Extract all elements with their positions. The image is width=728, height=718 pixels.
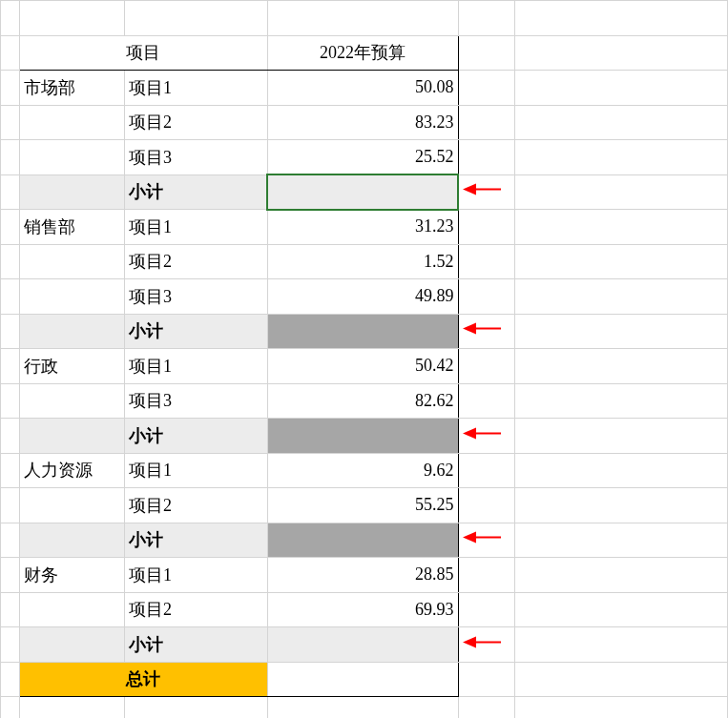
subtotal-pad[interactable] (19, 523, 124, 558)
subtotal-label[interactable]: 小计 (124, 174, 267, 210)
proj-cell[interactable]: 项目1 (124, 71, 267, 106)
arrow-cell (458, 174, 515, 210)
svg-marker-7 (463, 532, 476, 544)
value-cell[interactable]: 50.42 (267, 349, 458, 384)
spreadsheet-view[interactable]: 项目2022年预算市场部项目150.08项目283.23项目325.52小计销售… (0, 0, 728, 718)
arrow-cell (458, 523, 515, 558)
proj-cell[interactable]: 项目2 (124, 105, 267, 140)
subtotal-pad[interactable] (19, 174, 124, 210)
table-row[interactable]: 市场部项目150.08 (1, 71, 728, 106)
subtotal-row[interactable]: 小计 (1, 174, 728, 210)
table-row[interactable]: 项目283.23 (1, 105, 728, 140)
dept-cell[interactable]: 人力资源 (19, 453, 124, 488)
table-row[interactable]: 行政项目150.42 (1, 349, 728, 384)
total-value[interactable] (267, 662, 458, 697)
arrow-left-icon (463, 425, 501, 441)
dept-cell[interactable] (19, 488, 124, 523)
subtotal-row[interactable]: 小计 (1, 419, 728, 454)
subtotal-label[interactable]: 小计 (124, 419, 267, 454)
arrow-left-icon (463, 634, 501, 649)
subtotal-row[interactable]: 小计 (1, 314, 728, 349)
proj-cell[interactable]: 项目3 (124, 140, 267, 175)
proj-cell[interactable]: 项目1 (124, 558, 267, 593)
dept-cell[interactable] (19, 592, 124, 627)
table-row[interactable]: 项目21.52 (1, 244, 728, 279)
value-cell[interactable]: 31.23 (267, 210, 458, 245)
header-project: 项目 (19, 35, 267, 71)
dept-cell[interactable]: 行政 (19, 349, 124, 384)
header-budget: 2022年预算 (267, 35, 458, 71)
subtotal-value[interactable] (267, 627, 458, 663)
arrow-left-icon (463, 321, 501, 337)
budget-table: 项目2022年预算市场部项目150.08项目283.23项目325.52小计销售… (0, 0, 728, 718)
dept-cell[interactable] (19, 140, 124, 175)
table-row[interactable]: 销售部项目131.23 (1, 210, 728, 245)
value-cell[interactable]: 9.62 (267, 453, 458, 488)
value-cell[interactable]: 1.52 (267, 244, 458, 279)
subtotal-value[interactable] (267, 174, 458, 210)
subtotal-label[interactable]: 小计 (124, 627, 267, 663)
proj-cell[interactable]: 项目2 (124, 488, 267, 523)
subtotal-value[interactable] (267, 314, 458, 349)
subtotal-label[interactable]: 小计 (124, 314, 267, 349)
svg-marker-5 (463, 427, 476, 439)
table-row[interactable]: 项目325.52 (1, 140, 728, 175)
arrow-cell (458, 627, 515, 663)
value-cell[interactable]: 50.08 (267, 71, 458, 106)
value-cell[interactable]: 25.52 (267, 140, 458, 175)
dept-cell[interactable]: 销售部 (19, 210, 124, 245)
value-cell[interactable]: 69.93 (267, 592, 458, 627)
table-row[interactable]: 财务项目128.85 (1, 558, 728, 593)
subtotal-pad[interactable] (19, 419, 124, 454)
value-cell[interactable]: 83.23 (267, 105, 458, 140)
subtotal-row[interactable]: 小计 (1, 627, 728, 663)
subtotal-pad[interactable] (19, 627, 124, 663)
arrow-cell (458, 314, 515, 349)
dept-cell[interactable]: 财务 (19, 558, 124, 593)
table-row[interactable]: 人力资源项目19.62 (1, 453, 728, 488)
dept-cell[interactable] (19, 383, 124, 419)
proj-cell[interactable]: 项目1 (124, 453, 267, 488)
svg-marker-9 (463, 636, 476, 647)
value-cell[interactable]: 28.85 (267, 558, 458, 593)
dept-cell[interactable] (19, 105, 124, 140)
subtotal-value[interactable] (267, 523, 458, 558)
table-row[interactable]: 项目269.93 (1, 592, 728, 627)
dept-cell[interactable]: 市场部 (19, 71, 124, 106)
svg-marker-3 (463, 323, 476, 335)
proj-cell[interactable]: 项目2 (124, 592, 267, 627)
subtotal-row[interactable]: 小计 (1, 523, 728, 558)
svg-marker-1 (463, 184, 476, 195)
subtotal-value[interactable] (267, 419, 458, 454)
proj-cell[interactable]: 项目3 (124, 279, 267, 315)
proj-cell[interactable]: 项目1 (124, 349, 267, 384)
table-row[interactable]: 项目349.89 (1, 279, 728, 315)
arrow-left-icon (463, 530, 501, 545)
proj-cell[interactable]: 项目1 (124, 210, 267, 245)
table-row[interactable]: 项目255.25 (1, 488, 728, 523)
proj-cell[interactable]: 项目2 (124, 244, 267, 279)
proj-cell[interactable]: 项目3 (124, 383, 267, 419)
subtotal-pad[interactable] (19, 314, 124, 349)
arrow-left-icon (463, 182, 501, 197)
value-cell[interactable]: 49.89 (267, 279, 458, 315)
subtotal-label[interactable]: 小计 (124, 523, 267, 558)
total-row[interactable]: 总计 (1, 662, 728, 697)
value-cell[interactable]: 55.25 (267, 488, 458, 523)
value-cell[interactable]: 82.62 (267, 383, 458, 419)
dept-cell[interactable] (19, 279, 124, 315)
dept-cell[interactable] (19, 244, 124, 279)
total-label[interactable]: 总计 (19, 662, 267, 697)
arrow-cell (458, 419, 515, 454)
table-row[interactable]: 项目382.62 (1, 383, 728, 419)
